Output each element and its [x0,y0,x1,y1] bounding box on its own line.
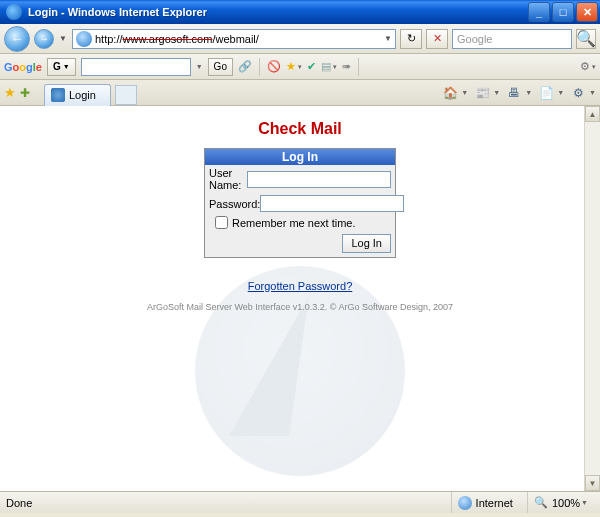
nav-history-dropdown[interactable]: ▼ [58,29,68,49]
username-label: User Name: [209,167,247,191]
forward-button[interactable]: → [34,29,54,49]
zoom-value: 100% [552,497,580,509]
tab-bar: ★ ✚ Login 🏠▼ 📰▼ 🖶▼ 📄▼ ⚙▼ [0,80,600,106]
zoom-icon: 🔍 [534,496,548,509]
google-search-dropdown[interactable]: ▼ [196,63,203,70]
background-logo [195,266,405,476]
tab-favicon [51,88,65,102]
content-area: Check Mail Log In User Name: Password: R… [0,106,600,491]
google-logo: Google [4,61,42,73]
stop-button[interactable]: ✕ [426,29,448,49]
google-go-button[interactable]: Go [208,58,233,76]
search-placeholder: Google [457,33,492,45]
refresh-icon: ↻ [407,32,416,45]
maximize-button[interactable]: □ [552,2,574,22]
login-panel: Log In User Name: Password: Remember me … [204,148,396,258]
add-favorite-icon[interactable]: ✚ [20,86,30,100]
google-autofill-icon[interactable]: ▤ [321,60,331,73]
search-box[interactable]: Google [452,29,572,49]
page-footer-text: ArGoSoft Mail Server Web Interface v1.0.… [0,302,600,312]
login-panel-header: Log In [205,149,395,165]
separator [259,58,260,76]
google-toolbar: Google G▼ ▼ Go 🔗 🚫 ★▾ ✔ ▤▾ ➠ ⚙▾ [0,54,600,80]
site-icon [76,31,92,47]
google-bookmark-icon[interactable]: ★ [286,60,296,73]
stop-icon: ✕ [433,32,442,45]
password-input[interactable] [260,195,404,212]
forgot-password-link[interactable]: Forgotten Password? [248,280,353,292]
feeds-button[interactable]: 📰 [474,85,490,101]
new-tab-button[interactable] [115,85,137,105]
page-button[interactable]: 📄 [538,85,554,101]
zoom-dropdown-icon[interactable]: ▼ [581,499,588,506]
google-send-icon[interactable]: ➠ [342,60,351,73]
zone-label: Internet [476,497,513,509]
google-link-icon[interactable]: 🔗 [238,60,252,73]
tools-button[interactable]: ⚙ [570,85,586,101]
tab-login[interactable]: Login [44,84,111,106]
separator [358,58,359,76]
page-heading: Check Mail [0,120,600,138]
print-button[interactable]: 🖶 [506,85,522,101]
scroll-down-button[interactable]: ▼ [585,475,600,491]
search-icon: 🔍 [576,29,596,48]
address-bar[interactable]: http://www.argosoft.com/webmail/ ▼ [72,29,396,49]
status-zone-internet: Internet [451,492,519,513]
favorites-star-icon[interactable]: ★ [4,85,16,100]
username-input[interactable] [247,171,391,188]
close-button[interactable]: ✕ [576,2,598,22]
google-check-icon[interactable]: ✔ [307,60,316,73]
nav-toolbar: ← → ▼ http://www.argosoft.com/webmail/ ▼… [0,24,600,54]
url-text: http://www.argosoft.com/webmail/ [95,33,381,45]
password-label: Password: [209,198,260,210]
minimize-button[interactable]: _ [528,2,550,22]
address-dropdown-icon[interactable]: ▼ [381,34,395,43]
ie-icon [6,4,22,20]
zoom-control[interactable]: 🔍 100% ▼ [527,492,594,513]
internet-zone-icon [458,496,472,510]
vertical-scrollbar[interactable]: ▲ ▼ [584,106,600,491]
google-menu-button[interactable]: G▼ [47,58,76,76]
refresh-button[interactable]: ↻ [400,29,422,49]
status-text: Done [6,497,32,509]
tab-label: Login [69,89,96,101]
remember-label: Remember me next time. [232,217,355,229]
search-button[interactable]: 🔍 [576,29,596,49]
window-titlebar: Login - Windows Internet Explorer _ □ ✕ [0,0,600,24]
login-button[interactable]: Log In [342,234,391,253]
remember-checkbox[interactable] [215,216,228,229]
home-button[interactable]: 🏠 [442,85,458,101]
google-settings-icon[interactable]: ⚙ [580,60,590,73]
google-search-input[interactable] [81,58,191,76]
google-popup-icon[interactable]: 🚫 [267,60,281,73]
window-title: Login - Windows Internet Explorer [26,6,526,18]
back-button[interactable]: ← [4,26,30,52]
status-bar: Done Internet 🔍 100% ▼ [0,491,600,513]
